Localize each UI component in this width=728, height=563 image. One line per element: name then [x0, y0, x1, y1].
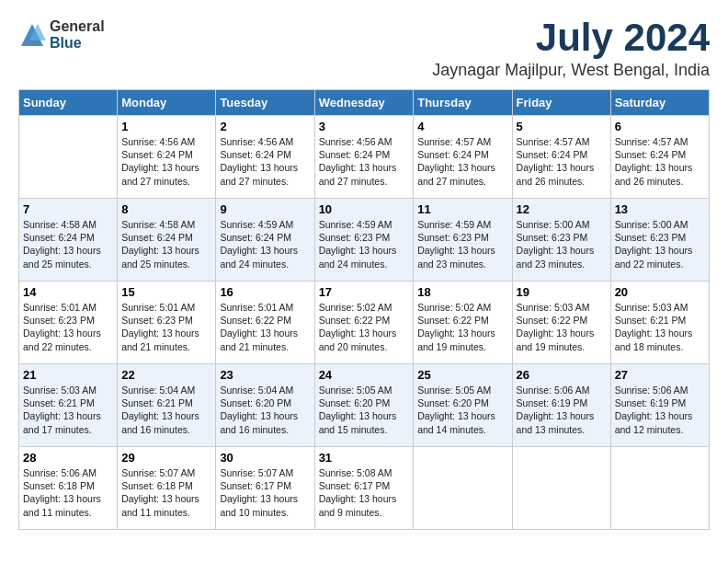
day-info: Sunrise: 4:56 AMSunset: 6:24 PMDaylight:…: [319, 135, 410, 188]
calendar-cell: 26Sunrise: 5:06 AMSunset: 6:19 PMDayligh…: [512, 364, 610, 447]
calendar-week-row: 21Sunrise: 5:03 AMSunset: 6:21 PMDayligh…: [19, 364, 710, 447]
days-of-week-row: SundayMondayTuesdayWednesdayThursdayFrid…: [19, 90, 710, 116]
calendar-cell: 15Sunrise: 5:01 AMSunset: 6:23 PMDayligh…: [118, 282, 216, 364]
calendar-week-row: 1Sunrise: 4:56 AMSunset: 6:24 PMDaylight…: [19, 116, 710, 199]
day-info: Sunrise: 4:58 AMSunset: 6:24 PMDaylight:…: [23, 218, 113, 270]
day-number: 10: [319, 202, 410, 216]
calendar-body: 1Sunrise: 4:56 AMSunset: 6:24 PMDaylight…: [19, 116, 710, 530]
calendar-cell: 8Sunrise: 4:58 AMSunset: 6:24 PMDaylight…: [118, 199, 216, 282]
calendar-cell: 19Sunrise: 5:03 AMSunset: 6:22 PMDayligh…: [512, 282, 610, 364]
day-info: Sunrise: 5:01 AMSunset: 6:22 PMDaylight:…: [220, 301, 310, 353]
day-info: Sunrise: 5:04 AMSunset: 6:21 PMDaylight:…: [121, 384, 211, 436]
calendar-cell: 11Sunrise: 4:59 AMSunset: 6:23 PMDayligh…: [414, 199, 512, 282]
calendar-cell: [414, 447, 512, 530]
day-number: 8: [121, 202, 211, 216]
day-number: 30: [220, 451, 310, 465]
calendar-cell: 17Sunrise: 5:02 AMSunset: 6:22 PMDayligh…: [314, 282, 414, 364]
calendar-cell: [512, 447, 610, 530]
day-number: 31: [319, 451, 410, 465]
day-info: Sunrise: 5:00 AMSunset: 6:23 PMDaylight:…: [517, 218, 607, 270]
calendar-cell: 25Sunrise: 5:05 AMSunset: 6:20 PMDayligh…: [414, 364, 512, 447]
day-number: 2: [220, 120, 310, 133]
day-info: Sunrise: 5:07 AMSunset: 6:17 PMDaylight:…: [220, 466, 310, 519]
calendar-cell: 21Sunrise: 5:03 AMSunset: 6:21 PMDayligh…: [19, 364, 118, 447]
day-number: 23: [220, 368, 310, 382]
day-number: 24: [319, 368, 410, 382]
day-number: 19: [517, 285, 607, 299]
day-info: Sunrise: 4:57 AMSunset: 6:24 PMDaylight:…: [615, 135, 705, 188]
calendar-cell: [19, 116, 118, 199]
day-info: Sunrise: 5:05 AMSunset: 6:20 PMDaylight:…: [417, 384, 507, 436]
day-info: Sunrise: 5:01 AMSunset: 6:23 PMDaylight:…: [23, 301, 113, 353]
day-info: Sunrise: 5:01 AMSunset: 6:23 PMDaylight:…: [121, 301, 211, 353]
day-of-week-header: Sunday: [19, 90, 118, 116]
calendar-header: SundayMondayTuesdayWednesdayThursdayFrid…: [19, 90, 710, 116]
logo-blue-text: Blue: [50, 35, 105, 52]
day-of-week-header: Wednesday: [314, 90, 414, 116]
logo-text: General Blue: [50, 18, 105, 51]
day-info: Sunrise: 4:57 AMSunset: 6:24 PMDaylight:…: [417, 135, 507, 188]
day-number: 1: [121, 120, 211, 133]
calendar-cell: [610, 447, 709, 530]
calendar-cell: 29Sunrise: 5:07 AMSunset: 6:18 PMDayligh…: [118, 447, 216, 530]
calendar-cell: 7Sunrise: 4:58 AMSunset: 6:24 PMDaylight…: [19, 199, 118, 282]
calendar-cell: 14Sunrise: 5:01 AMSunset: 6:23 PMDayligh…: [19, 282, 118, 364]
day-info: Sunrise: 5:02 AMSunset: 6:22 PMDaylight:…: [417, 301, 507, 353]
day-number: 6: [615, 120, 705, 133]
day-of-week-header: Thursday: [414, 90, 512, 116]
day-number: 7: [23, 202, 113, 216]
logo-general-text: General: [50, 18, 105, 35]
day-number: 20: [615, 285, 705, 299]
day-of-week-header: Tuesday: [216, 90, 314, 116]
day-number: 25: [417, 368, 507, 382]
calendar-cell: 6Sunrise: 4:57 AMSunset: 6:24 PMDaylight…: [610, 116, 709, 199]
day-of-week-header: Friday: [512, 90, 610, 116]
calendar-cell: 4Sunrise: 4:57 AMSunset: 6:24 PMDaylight…: [414, 116, 512, 199]
calendar-cell: 2Sunrise: 4:56 AMSunset: 6:24 PMDaylight…: [216, 116, 314, 199]
day-number: 4: [417, 120, 507, 133]
day-number: 9: [220, 202, 310, 216]
calendar-week-row: 28Sunrise: 5:06 AMSunset: 6:18 PMDayligh…: [19, 447, 710, 530]
calendar-cell: 20Sunrise: 5:03 AMSunset: 6:21 PMDayligh…: [610, 282, 709, 364]
day-info: Sunrise: 5:03 AMSunset: 6:21 PMDaylight:…: [23, 384, 113, 436]
location-title: Jaynagar Majilpur, West Bengal, India: [432, 61, 710, 80]
day-info: Sunrise: 4:59 AMSunset: 6:23 PMDaylight:…: [417, 218, 507, 270]
day-number: 29: [121, 451, 211, 465]
day-info: Sunrise: 4:58 AMSunset: 6:24 PMDaylight:…: [121, 218, 211, 270]
calendar-cell: 30Sunrise: 5:07 AMSunset: 6:17 PMDayligh…: [216, 447, 314, 530]
calendar-cell: 9Sunrise: 4:59 AMSunset: 6:24 PMDaylight…: [216, 199, 314, 282]
calendar-cell: 1Sunrise: 4:56 AMSunset: 6:24 PMDaylight…: [118, 116, 216, 199]
day-number: 11: [417, 202, 507, 216]
day-info: Sunrise: 5:06 AMSunset: 6:18 PMDaylight:…: [23, 466, 113, 519]
calendar-cell: 22Sunrise: 5:04 AMSunset: 6:21 PMDayligh…: [118, 364, 216, 447]
day-of-week-header: Monday: [118, 90, 216, 116]
day-info: Sunrise: 5:00 AMSunset: 6:23 PMDaylight:…: [615, 218, 705, 270]
calendar-cell: 12Sunrise: 5:00 AMSunset: 6:23 PMDayligh…: [512, 199, 610, 282]
calendar-cell: 16Sunrise: 5:01 AMSunset: 6:22 PMDayligh…: [216, 282, 314, 364]
calendar-cell: 13Sunrise: 5:00 AMSunset: 6:23 PMDayligh…: [610, 199, 709, 282]
calendar-cell: 18Sunrise: 5:02 AMSunset: 6:22 PMDayligh…: [414, 282, 512, 364]
day-info: Sunrise: 4:59 AMSunset: 6:24 PMDaylight:…: [220, 218, 310, 270]
calendar-cell: 23Sunrise: 5:04 AMSunset: 6:20 PMDayligh…: [216, 364, 314, 447]
day-number: 14: [23, 285, 113, 299]
title-area: July 2024 Jaynagar Majilpur, West Bengal…: [432, 18, 710, 80]
calendar-cell: 24Sunrise: 5:05 AMSunset: 6:20 PMDayligh…: [314, 364, 414, 447]
day-info: Sunrise: 4:59 AMSunset: 6:23 PMDaylight:…: [319, 218, 410, 270]
day-info: Sunrise: 4:56 AMSunset: 6:24 PMDaylight:…: [121, 135, 211, 188]
day-number: 15: [121, 285, 211, 299]
day-number: 21: [23, 368, 113, 382]
day-info: Sunrise: 5:06 AMSunset: 6:19 PMDaylight:…: [517, 384, 607, 436]
day-number: 28: [23, 451, 113, 465]
month-title: July 2024: [432, 18, 710, 57]
day-number: 27: [615, 368, 705, 382]
header: General Blue July 2024 Jaynagar Majilpur…: [18, 18, 710, 80]
day-info: Sunrise: 5:02 AMSunset: 6:22 PMDaylight:…: [319, 301, 410, 353]
day-info: Sunrise: 5:08 AMSunset: 6:17 PMDaylight:…: [319, 466, 410, 519]
day-number: 18: [417, 285, 507, 299]
logo: General Blue: [18, 18, 105, 51]
day-number: 16: [220, 285, 310, 299]
calendar-cell: 10Sunrise: 4:59 AMSunset: 6:23 PMDayligh…: [314, 199, 414, 282]
day-number: 12: [517, 202, 607, 216]
day-info: Sunrise: 5:03 AMSunset: 6:21 PMDaylight:…: [615, 301, 705, 353]
day-info: Sunrise: 5:05 AMSunset: 6:20 PMDaylight:…: [319, 384, 410, 436]
